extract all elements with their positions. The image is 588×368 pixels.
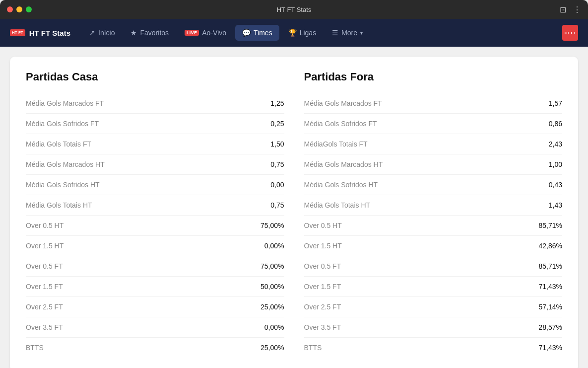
stat-value: 1,57 [549,99,562,107]
home-stat-row: Média Gols Totais HT 0,75 [26,195,284,216]
nav-item-more[interactable]: ☰ More ▾ [325,25,370,41]
stat-label: Over 1.5 HT [26,242,64,250]
stat-value: 25,00% [261,303,284,311]
away-stat-row: Média Gols Sofridos FT 0,86 [304,114,563,134]
trophy-icon: 🏆 [288,29,297,37]
stat-value: 75,00% [261,221,284,229]
away-stat-row: Média Gols Sofridos HT 0,43 [304,175,563,195]
stat-value: 57,14% [539,303,562,311]
away-stat-row: Over 1.5 FT 71,43% [304,277,563,297]
nav-item-inicio[interactable]: ↗ Início [82,25,122,41]
home-stat-row: Média Gols Sofridos HT 0,00 [26,175,284,195]
stat-label: Over 3.5 FT [26,323,63,331]
stat-label: Over 0.5 FT [26,262,63,270]
home-section-title: Partidas Casa [26,71,284,83]
away-stat-row: Média Gols Totais HT 1,43 [304,195,563,216]
nav-label-ao-vivo: Ao-Vivo [202,29,226,37]
stat-label: Over 0.5 HT [26,221,64,229]
home-stat-row: Over 2.5 FT 25,00% [26,297,284,317]
star-icon: ★ [131,29,137,37]
away-stat-row: Over 2.5 FT 57,14% [304,297,563,317]
stat-value: 25,00% [261,344,284,352]
home-stat-row: Média Gols Marcados FT 1,25 [26,93,284,114]
stat-label: Over 1.5 HT [304,242,342,250]
nav-item-ao-vivo[interactable]: LIVE Ao-Vivo [178,25,233,41]
stat-label: BTTS [26,344,44,352]
trend-icon: ↗ [89,29,95,37]
stat-value: 1,50 [270,140,284,148]
home-stat-row: Média Gols Sofridos FT 0,25 [26,114,284,134]
stat-value: 42,86% [539,242,562,250]
stat-value: 0,86 [549,120,562,128]
stat-label: Média Gols Totais HT [304,201,371,209]
stat-value: 28,57% [539,323,562,331]
titlebar-icons: ⊡ ⋮ [560,5,581,14]
brand[interactable]: HT FT HT FT Stats [10,29,70,37]
stat-value: 0,00% [264,323,284,331]
nav-item-ligas[interactable]: 🏆 Ligas [281,25,323,41]
stat-label: BTTS [304,344,322,352]
live-badge: LIVE [185,30,199,36]
away-stat-row: Média Gols Marcados HT 1,00 [304,154,563,175]
away-stats-section: Partidas Fora Média Gols Marcados FT 1,5… [304,71,563,358]
minimize-dot[interactable] [16,6,22,12]
nav-avatar[interactable]: HT FT [562,25,578,41]
puzzle-icon[interactable]: ⊡ [560,5,566,14]
home-rows: Média Gols Marcados FT 1,25 Média Gols S… [26,93,284,358]
stat-label: Over 0.5 HT [304,221,342,229]
chat-icon: 💬 [242,29,251,37]
stat-label: Over 0.5 FT [304,262,341,270]
home-stat-row: Over 1.5 FT 50,00% [26,277,284,297]
nav-label-times: Times [254,29,272,37]
stat-value: 1,25 [270,99,284,107]
home-stats-section: Partidas Casa Média Gols Marcados FT 1,2… [26,71,284,358]
ellipsis-icon[interactable]: ⋮ [573,5,581,14]
nav-item-favoritos[interactable]: ★ Favoritos [124,25,176,41]
stat-value: 71,43% [539,344,562,352]
stat-label: Over 1.5 FT [304,283,341,291]
window-controls [7,6,32,12]
home-stat-row: Over 3.5 FT 0,00% [26,317,284,338]
stat-value: 71,43% [539,283,562,291]
titlebar: HT FT Stats ⊡ ⋮ [0,0,588,19]
menu-icon: ☰ [332,29,338,37]
stat-label: Over 2.5 FT [26,303,63,311]
brand-name: HT FT Stats [29,29,70,37]
home-stat-row: Over 1.5 HT 0,00% [26,236,284,256]
home-stat-row: BTTS 25,00% [26,338,284,358]
away-stat-row: MédiaGols Totais FT 2,43 [304,134,563,154]
stat-value: 0,00 [270,181,284,189]
stat-value: 75,00% [261,262,284,270]
maximize-dot[interactable] [26,6,32,12]
stat-label: Média Gols Marcados FT [26,99,104,107]
stat-value: 85,71% [539,262,562,270]
stat-value: 1,00 [549,160,562,168]
home-stat-row: Média Gols Totais FT 1,50 [26,134,284,154]
stat-label: Média Gols Marcados HT [304,160,383,168]
navbar: HT FT HT FT Stats ↗ Início ★ Favoritos L… [0,19,588,47]
stat-value: 0,00% [264,242,284,250]
nav-items: ↗ Início ★ Favoritos LIVE Ao-Vivo 💬 Time… [82,25,562,41]
stat-label: Média Gols Marcados FT [304,99,382,107]
away-stat-row: Over 0.5 HT 85,71% [304,216,563,236]
stat-label: Média Gols Sofridos FT [26,120,99,128]
stat-value: 2,43 [549,140,562,148]
stat-label: MédiaGols Totais FT [304,140,368,148]
away-stat-row: Over 1.5 HT 42,86% [304,236,563,256]
stat-label: Média Gols Sofridos HT [304,181,378,189]
brand-logo: HT FT [10,29,25,36]
stat-label: Média Gols Totais HT [26,201,92,209]
chevron-down-icon: ▾ [360,30,363,36]
nav-item-times[interactable]: 💬 Times [235,25,279,41]
stat-label: Over 2.5 FT [304,303,341,311]
away-stat-row: BTTS 71,43% [304,338,563,358]
close-dot[interactable] [7,6,13,12]
nav-label-favoritos: Favoritos [140,29,169,37]
stat-value: 0,43 [549,181,562,189]
away-rows: Média Gols Marcados FT 1,57 Média Gols S… [304,93,563,358]
away-stat-row: Média Gols Marcados FT 1,57 [304,93,563,114]
stat-value: 85,71% [539,221,562,229]
nav-label-ligas: Ligas [300,29,316,37]
stat-label: Over 1.5 FT [26,283,63,291]
stat-value: 0,25 [270,120,284,128]
